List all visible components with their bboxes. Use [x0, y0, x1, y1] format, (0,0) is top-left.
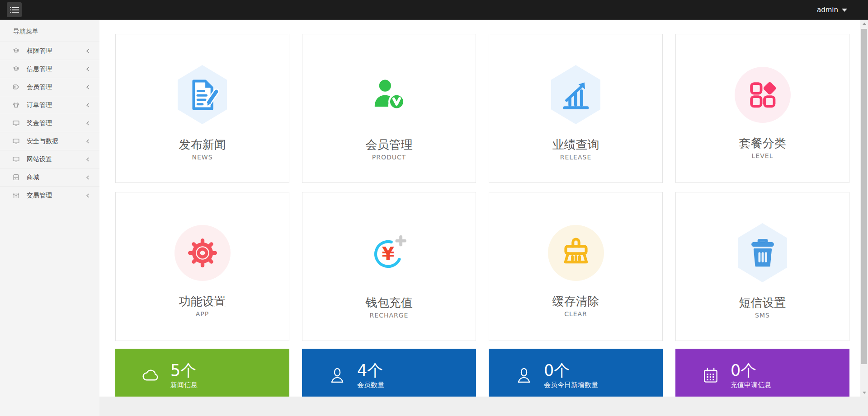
gear-icon [175, 225, 231, 281]
security-monitor-icon [12, 137, 20, 145]
information-icon [12, 65, 20, 73]
card-subtitle: CLEAR [564, 310, 587, 318]
sidebar-item-label: 订单管理 [27, 101, 85, 109]
sidebar-item-site-settings[interactable]: 网站设置 [0, 150, 99, 168]
cloud-icon [140, 365, 161, 386]
chevron-left-icon [85, 66, 90, 72]
performance-chart-icon [548, 65, 604, 124]
stat-value: 5个 [170, 362, 198, 379]
stat-member-new-today: 0个 会员今日新增数量 [489, 349, 663, 397]
member-tag-icon [12, 83, 20, 91]
stat-label: 会员数量 [357, 381, 384, 389]
cache-broom-icon [548, 225, 604, 281]
permission-icon [12, 47, 20, 55]
stat-label: 会员今日新增数量 [544, 381, 598, 389]
sms-trash-icon [735, 223, 791, 282]
site-monitor-icon [12, 155, 20, 163]
sidebar-title: 导航菜单 [0, 20, 99, 42]
sidebar-item-label: 奖金管理 [27, 119, 85, 127]
stat-label: 充值申请信息 [731, 381, 771, 389]
stat-value: 4个 [357, 362, 384, 379]
calendar-icon [700, 365, 721, 386]
stat-member-count: 4个 会员数量 [302, 349, 476, 397]
card-subtitle: LEVEL [752, 152, 774, 159]
sidebar-item-label: 网站设置 [27, 155, 85, 164]
sidebar-item-information[interactable]: 信息管理 [0, 60, 99, 78]
sidebar-item-trade[interactable]: 交易管理 [0, 186, 99, 204]
card-function-settings[interactable]: 功能设置 APP [115, 192, 289, 341]
sidebar-item-label: 商城 [27, 173, 85, 182]
package-category-icon [735, 67, 791, 123]
username: admin [817, 6, 838, 14]
menu-list-icon [10, 6, 19, 14]
card-subtitle: SMS [755, 312, 770, 319]
sidebar-item-label: 信息管理 [27, 65, 85, 73]
card-title: 短信设置 [739, 295, 786, 311]
card-publish-news[interactable]: 发布新闻 NEWS [115, 34, 289, 183]
card-cache-clear[interactable]: 缓存清除 CLEAR [489, 192, 663, 341]
card-title: 会员管理 [366, 137, 413, 153]
card-wallet-recharge[interactable]: ¥ 钱包充值 RECHARGE [302, 192, 476, 341]
card-title: 套餐分类 [739, 136, 786, 151]
bonus-monitor-icon [12, 119, 20, 127]
sidebar-item-label: 权限管理 [27, 47, 85, 55]
chevron-left-icon [85, 139, 90, 144]
card-package-category[interactable]: 套餐分类 LEVEL [675, 34, 849, 183]
sidebar-item-security-data[interactable]: 安全与数据 [0, 132, 99, 150]
card-title: 钱包充值 [366, 295, 413, 311]
card-performance-query[interactable]: 业绩查询 RELEASE [489, 34, 663, 183]
sidebar-item-orders[interactable]: 订单管理 [0, 96, 99, 114]
chevron-left-icon [85, 48, 90, 54]
vertical-scrollbar[interactable] [860, 20, 868, 397]
card-subtitle: APP [196, 310, 209, 318]
card-subtitle: RECHARGE [370, 312, 409, 319]
main-content: 发布新闻 NEWS 会员管理 PRODUCT 业绩查询 [99, 20, 860, 397]
sidebar-toggle-button[interactable] [7, 2, 22, 17]
news-edit-icon [175, 65, 231, 124]
stat-value: 0个 [731, 362, 771, 379]
mall-drive-icon [12, 173, 20, 181]
card-subtitle: NEWS [192, 154, 212, 161]
card-subtitle: PRODUCT [372, 154, 406, 161]
topbar: admin [0, 0, 868, 20]
trade-sliders-icon [12, 192, 20, 199]
chevron-left-icon [85, 175, 90, 180]
stat-recharge-requests: 0个 充值申请信息 [675, 349, 849, 397]
sidebar-item-bonus[interactable]: 奖金管理 [0, 114, 99, 132]
sidebar-item-label: 安全与数据 [27, 137, 85, 145]
sidebar-item-mall[interactable]: 商城 [0, 168, 99, 186]
card-subtitle: RELEASE [560, 154, 592, 161]
card-sms-settings[interactable]: 短信设置 SMS [675, 192, 849, 341]
card-title: 功能设置 [179, 294, 226, 309]
stat-news-count: 5个 新闻信息 [115, 349, 289, 397]
chevron-left-icon [85, 121, 90, 126]
scrollbar-thumb[interactable] [861, 29, 867, 364]
card-title: 缓存清除 [552, 294, 599, 309]
user-menu[interactable]: admin [817, 0, 847, 20]
member-v-icon [361, 65, 417, 124]
stat-label: 新闻信息 [170, 381, 198, 389]
caret-down-icon [842, 9, 847, 12]
wallet-recharge-icon: ¥ [361, 223, 417, 282]
card-title: 发布新闻 [179, 137, 226, 153]
sidebar-item-permission[interactable]: 权限管理 [0, 42, 99, 60]
card-member-management[interactable]: 会员管理 PRODUCT [302, 34, 476, 183]
sidebar-item-members[interactable]: 会员管理 [0, 78, 99, 96]
chevron-left-icon [85, 193, 90, 198]
chevron-left-icon [85, 157, 90, 162]
scroll-down-arrow-icon[interactable] [860, 389, 868, 397]
user-outline-icon [514, 365, 534, 386]
svg-text:¥: ¥ [382, 243, 394, 264]
user-outline-icon [327, 365, 348, 386]
order-shirt-icon [12, 101, 20, 109]
scroll-up-arrow-icon[interactable] [860, 20, 868, 28]
chevron-left-icon [85, 103, 90, 108]
card-title: 业绩查询 [552, 137, 599, 153]
stat-value: 0个 [544, 362, 598, 379]
sidebar: 导航菜单 权限管理 信息管理 会员管理 订单管理 奖金管理 [0, 20, 99, 416]
chevron-left-icon [85, 84, 90, 90]
sidebar-item-label: 交易管理 [27, 192, 85, 200]
sidebar-item-label: 会员管理 [27, 83, 85, 91]
